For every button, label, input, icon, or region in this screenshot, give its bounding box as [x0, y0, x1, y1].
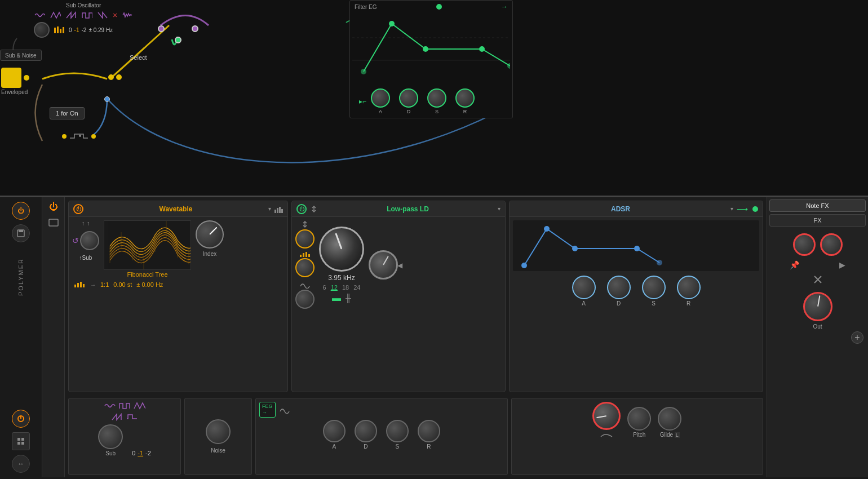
tooltip-text: 1 for On — [56, 110, 78, 117]
sub-oscillator-section: Sub Oscillator × — [34, 2, 133, 38]
glide-knob[interactable] — [658, 407, 681, 431]
filter-db-18[interactable]: 18 — [342, 284, 349, 291]
filter-env-knob[interactable] — [295, 290, 315, 309]
bottom-saw-icon — [111, 413, 123, 421]
filter-eg-display — [352, 15, 510, 83]
env-curve-knob[interactable] — [592, 402, 621, 430]
index-knob[interactable] — [196, 220, 224, 249]
noise-knob[interactable] — [206, 419, 231, 444]
inner-power-btn[interactable]: ⏻ — [49, 202, 58, 212]
filter-a-knob[interactable] — [371, 88, 390, 108]
connector-dot-green[interactable] — [175, 37, 181, 43]
right-knobs-top — [769, 233, 866, 256]
adsr-knobs-row: A D S R — [513, 273, 759, 309]
adsr-arrow: ⟶ — [737, 205, 748, 214]
pitch-label: Pitch — [633, 432, 645, 438]
adsr-dropdown[interactable]: ▾ — [730, 206, 733, 212]
svg-point-4 — [79, 135, 81, 137]
add-button[interactable]: + — [851, 331, 863, 344]
svg-point-36 — [634, 246, 640, 251]
save-button[interactable] — [12, 224, 30, 242]
sine-wave-icon — [34, 11, 45, 19]
right-knob-2[interactable] — [820, 233, 843, 256]
svg-point-32 — [521, 263, 527, 268]
close-icon[interactable]: × — [113, 11, 117, 20]
gate-section — [62, 132, 96, 140]
filter-cutoff-knob[interactable] — [319, 227, 364, 272]
blue-connector[interactable] — [104, 96, 110, 102]
feg-a-knob[interactable] — [323, 420, 346, 442]
filter-freq-display: 3.95 kHz — [328, 274, 355, 282]
svg-rect-17 — [17, 438, 20, 441]
svg-rect-19 — [17, 442, 20, 445]
filter-r-knob[interactable] — [455, 88, 475, 108]
env-curve-container — [592, 402, 621, 438]
gate-dot-right — [91, 134, 96, 139]
feg-module: FEG→ A D S — [255, 398, 508, 475]
sawtooth-wave-icon — [65, 11, 77, 19]
feg-d-container: D — [355, 420, 377, 450]
filter-db-12[interactable]: 12 — [331, 284, 338, 291]
inner-module-btn[interactable] — [48, 219, 59, 228]
wavetable-left-controls: ↑ ↑ ↺ ↑Sub — [72, 220, 99, 278]
filter-d-knob[interactable] — [399, 88, 418, 108]
feg-s-knob[interactable] — [386, 420, 409, 442]
module-power-btn[interactable] — [12, 410, 30, 428]
sync-icon[interactable]: ↺ — [72, 236, 79, 245]
feg-r-knob[interactable] — [418, 420, 440, 442]
filter-cutoff-mod-knob[interactable] — [295, 229, 315, 249]
filter-s-knob[interactable] — [427, 88, 446, 108]
arrow-button[interactable]: ↔ — [12, 455, 30, 473]
wavetable-hz: ± 0.00 Hz — [136, 281, 163, 288]
filter-d-knob-container: D — [399, 88, 418, 114]
connector-dot-1[interactable] — [158, 25, 165, 32]
glide-container: Glide L — [658, 407, 681, 438]
filter-db-6[interactable]: 6 — [323, 284, 326, 291]
wavetable-body: ↑ ↑ ↺ ↑Sub — [69, 217, 287, 392]
enveloped-dot — [24, 75, 29, 81]
filter-power[interactable]: ⏻ — [296, 204, 307, 214]
adsr-s-knob[interactable] — [642, 276, 666, 299]
wavetable-bars-icon — [274, 205, 283, 213]
fx-tab[interactable]: FX — [769, 214, 866, 227]
tune-icon — [301, 220, 309, 228]
wavetable-dropdown[interactable]: ▾ — [268, 206, 271, 212]
gate-icon — [69, 132, 89, 140]
filter-res-knob[interactable] — [295, 258, 315, 277]
enveloped-label: Enveloped — [1, 89, 29, 95]
grid-button[interactable] — [12, 432, 30, 450]
filter-main: 3.95 kHz 6 12 18 24 ▬ ╫ — [295, 220, 502, 309]
note-fx-tab[interactable]: Note FX — [769, 199, 866, 212]
filter-dropdown[interactable]: ▾ — [498, 206, 501, 212]
filter-db-24[interactable]: 24 — [353, 284, 360, 291]
wavetable-power[interactable]: ⏻ — [73, 204, 83, 214]
right-arrow-icon: ▶ — [839, 260, 845, 269]
chart-line-icon[interactable]: ╫ — [346, 294, 351, 303]
wavetable-pitch-knob[interactable] — [80, 231, 99, 250]
chart-bar-icon[interactable]: ▬ — [332, 293, 341, 303]
top-panel: Sub Oscillator × — [0, 0, 868, 197]
adsr-d-knob[interactable] — [607, 276, 631, 299]
osc-knob[interactable] — [34, 22, 50, 38]
sub-knob[interactable] — [98, 424, 123, 449]
adsr-r-knob[interactable] — [677, 276, 701, 299]
feg-d-knob[interactable] — [355, 420, 377, 442]
filter-eg-active — [436, 4, 442, 10]
filter-res-knob-main[interactable] — [369, 250, 398, 280]
right-knob-1[interactable] — [793, 233, 816, 256]
svg-rect-21 — [49, 219, 58, 226]
filter-env-icon — [299, 281, 311, 289]
filter-module: ⏻ Low-pass LD ▾ — [291, 201, 506, 392]
wavetable-ratio: 1:1 — [100, 281, 109, 288]
index-label: Index — [203, 251, 216, 257]
feg-r-container: R — [418, 420, 440, 450]
bottom-pulse-icon — [126, 413, 138, 421]
power-button[interactable]: ⏻ — [12, 202, 30, 220]
adsr-title: ADSR — [514, 205, 727, 213]
wavetable-module: ⏻ Wavetable ▾ — [68, 201, 288, 392]
pitch-knob[interactable] — [627, 407, 651, 431]
connector-dot-2[interactable] — [192, 25, 198, 32]
adsr-a-knob[interactable] — [572, 276, 596, 299]
power-icon — [16, 414, 25, 423]
out-knob[interactable] — [803, 292, 832, 321]
